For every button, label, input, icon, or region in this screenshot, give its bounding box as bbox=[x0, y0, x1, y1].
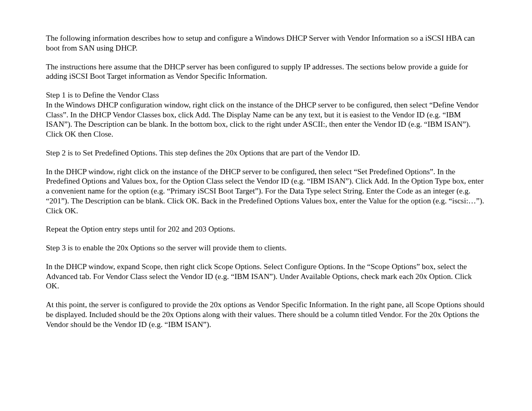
paragraph-intro: The following information describes how … bbox=[46, 33, 486, 53]
paragraph-step3-body: In the DHCP window, expand Scope, then r… bbox=[46, 262, 486, 291]
paragraph-step2-heading: Step 2 is to Set Predefined Options. Thi… bbox=[46, 148, 486, 158]
paragraph-assumptions: The instructions here assume that the DH… bbox=[46, 62, 486, 82]
paragraph-step3-heading: Step 3 is to enable the 20x Options so t… bbox=[46, 243, 486, 253]
paragraph-repeat: Repeat the Option entry steps until for … bbox=[46, 224, 486, 234]
paragraph-step1: Step 1 is to Define the Vendor Class In … bbox=[46, 90, 486, 139]
paragraph-conclusion: At this point, the server is configured … bbox=[46, 300, 486, 329]
paragraph-step2-body: In the DHCP window, right click on the i… bbox=[46, 167, 486, 216]
